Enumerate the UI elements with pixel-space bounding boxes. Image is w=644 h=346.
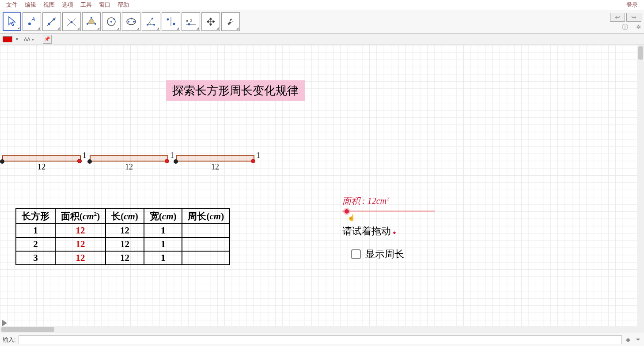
text-style-button[interactable]: AA — [22, 35, 37, 43]
rectangle-3[interactable]: 1 12 — [176, 155, 254, 162]
svg-point-7 — [71, 21, 73, 23]
tool-slider[interactable]: a=2 — [182, 12, 200, 31]
slider-icon: a=2 — [185, 15, 197, 28]
angle-icon — [145, 15, 157, 28]
table-row: 1 12 12 1 — [16, 224, 230, 237]
input-help-button[interactable]: ⏷ — [634, 336, 641, 343]
height-label: 1 — [256, 151, 260, 160]
input-bar: 输入: ◆ ⏷ — [0, 333, 644, 346]
tool-move[interactable] — [3, 12, 21, 31]
th-wid: 宽(cm) — [144, 209, 182, 224]
menu-login[interactable]: 登录 — [623, 0, 641, 10]
input-label: 输入: — [3, 336, 16, 344]
cell-per — [182, 237, 230, 251]
point-a-icon: A — [26, 15, 38, 28]
svg-point-13 — [110, 21, 112, 23]
menu-tools[interactable]: 工具 — [77, 0, 95, 10]
cursor-hand-icon: ☝ — [348, 214, 355, 221]
scroll-thumb[interactable] — [638, 46, 643, 60]
cell-len: 12 — [106, 251, 144, 265]
line-icon — [45, 15, 58, 28]
tool-ellipse[interactable] — [122, 12, 140, 31]
table-row: 3 12 12 1 — [16, 251, 230, 265]
svg-point-24 — [173, 23, 175, 25]
cell-len: 12 — [106, 237, 144, 251]
svg-point-17 — [133, 21, 135, 23]
point-origin[interactable] — [0, 159, 4, 164]
tool-move-view[interactable] — [201, 12, 220, 31]
svg-point-9 — [91, 17, 92, 19]
svg-point-16 — [128, 21, 129, 23]
svg-point-1 — [28, 23, 31, 25]
height-label: 1 — [83, 151, 87, 160]
svg-marker-8 — [87, 18, 95, 24]
svg-point-18 — [131, 18, 133, 19]
height-label: 1 — [170, 151, 174, 160]
redo-button[interactable]: ↪ — [626, 13, 641, 22]
pin-button[interactable]: 📌 — [43, 35, 52, 44]
polygon-icon — [85, 15, 98, 28]
svg-point-27 — [188, 23, 190, 26]
rectangle-1[interactable]: 1 12 — [2, 155, 81, 162]
show-perimeter-checkbox[interactable] — [351, 249, 361, 259]
tool-custom[interactable] — [221, 12, 240, 31]
slider-panel: 面积 : 12cm2 ☝ 请试着拖动 显示周长 — [342, 195, 435, 261]
point-corner[interactable] — [77, 159, 82, 163]
point-corner[interactable] — [251, 159, 255, 163]
area-slider[interactable]: ☝ — [342, 211, 435, 212]
cell-len: 12 — [106, 224, 144, 237]
command-input[interactable] — [19, 335, 622, 344]
undo-button[interactable]: ↩ — [610, 13, 625, 22]
wrench-icon — [224, 15, 237, 28]
menu-options[interactable]: 选项 — [58, 0, 77, 10]
graphics-view[interactable]: 探索长方形周长变化规律 1 12 1 12 1 12 长方形 面积(cm2) 长… — [0, 45, 644, 333]
cell-per — [182, 224, 230, 237]
cell-n: 2 — [16, 237, 55, 251]
color-dropdown-icon[interactable]: ▼ — [15, 37, 19, 41]
th-per: 周长(cm) — [182, 209, 230, 224]
width-label: 12 — [211, 162, 219, 172]
divider — [40, 35, 40, 43]
svg-point-23 — [167, 19, 169, 21]
style-bar: ▼ AA 📌 — [0, 34, 644, 45]
settings-icon[interactable]: ✲ — [636, 23, 641, 31]
vertical-scrollbar[interactable] — [637, 45, 644, 333]
th-rect: 长方形 — [16, 209, 55, 224]
ellipse-icon — [125, 15, 137, 28]
menu-edit[interactable]: 编辑 — [21, 0, 40, 10]
toolbar: A a=2 ↩ ↪ ⓘ ✲ — [0, 10, 644, 34]
grid — [0, 45, 644, 333]
point-origin[interactable] — [87, 159, 92, 164]
tool-circle[interactable] — [102, 12, 121, 31]
tool-angle[interactable] — [142, 12, 160, 31]
point-corner[interactable] — [165, 159, 169, 163]
svg-point-20 — [153, 24, 155, 26]
tool-perpendicular[interactable] — [62, 12, 81, 31]
input-history-dropdown[interactable]: ◆ — [625, 336, 632, 343]
tool-reflect[interactable] — [162, 12, 180, 31]
cell-wid: 1 — [144, 224, 182, 237]
menu-window[interactable]: 窗口 — [95, 0, 114, 10]
color-picker[interactable] — [3, 36, 12, 42]
rectangle-2[interactable]: 1 12 — [90, 155, 168, 162]
scroll-thumb[interactable] — [1, 327, 54, 332]
help-icon[interactable]: ⓘ — [622, 23, 628, 31]
point-origin[interactable] — [174, 159, 178, 164]
horizontal-scrollbar[interactable] — [0, 326, 637, 333]
play-button[interactable] — [2, 320, 7, 327]
slider-label: 面积 : 12cm2 — [342, 195, 435, 207]
tool-line[interactable] — [42, 12, 61, 31]
tool-point[interactable]: A — [23, 12, 41, 31]
width-label: 12 — [125, 162, 133, 172]
table-header-row: 长方形 面积(cm2) 长(cm) 宽(cm) 周长(cm) — [16, 209, 230, 224]
reflect-icon — [165, 15, 177, 28]
menu-file[interactable]: 文件 — [3, 0, 21, 10]
data-table: 长方形 面积(cm2) 长(cm) 宽(cm) 周长(cm) 1 12 12 1… — [15, 208, 230, 265]
menu-view[interactable]: 视图 — [40, 0, 58, 10]
table-row: 2 12 12 1 — [16, 237, 230, 251]
pointer-icon — [6, 15, 18, 28]
menu-help[interactable]: 帮助 — [114, 0, 133, 10]
svg-point-3 — [48, 23, 50, 25]
tool-polygon[interactable] — [82, 12, 101, 31]
slider-thumb[interactable] — [343, 208, 350, 215]
